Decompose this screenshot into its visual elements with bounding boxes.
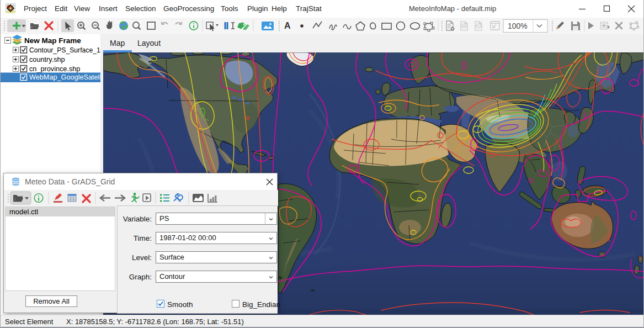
svg-text:country.shp: country.shp bbox=[29, 56, 65, 64]
svg-text:100%: 100% bbox=[508, 22, 528, 30]
svg-text:cn_province.shp: cn_province.shp bbox=[29, 65, 80, 73]
svg-text:WebMap_GoogleSatell: WebMap_GoogleSatell bbox=[29, 73, 100, 81]
svg-text:Contour_PS_Surface_19: Contour_PS_Surface_19 bbox=[29, 46, 100, 54]
svg-text:New Map Frame: New Map Frame bbox=[24, 36, 81, 45]
svg-text:A: A bbox=[284, 21, 291, 30]
